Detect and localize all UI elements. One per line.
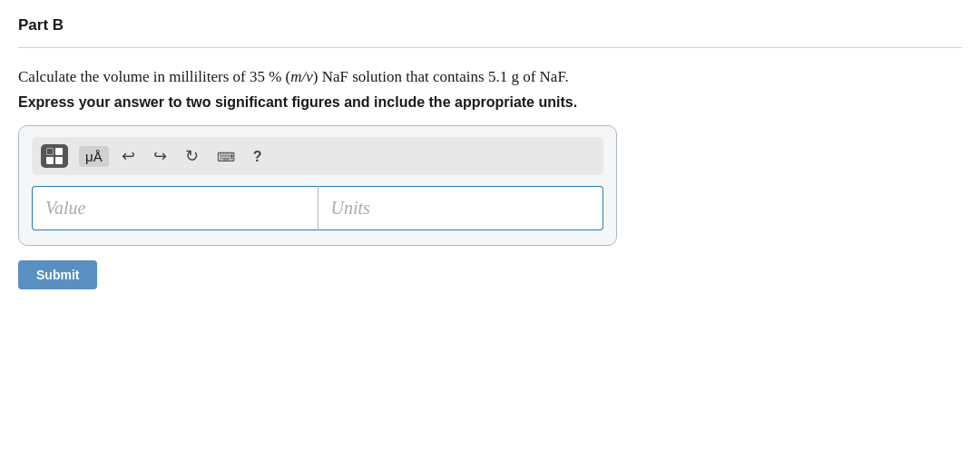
undo-button[interactable] [116,142,141,170]
toolbar: μÅ [32,137,603,175]
units-input[interactable] [318,186,604,230]
question-text: Calculate the volume in milliliters of 3… [18,64,962,89]
sq-br [55,157,63,164]
mu-button[interactable]: μÅ [79,146,109,167]
refresh-button[interactable] [180,142,204,170]
question-icon [253,147,262,166]
input-row [32,186,603,230]
page-container: Part B Calculate the volume in millilite… [0,0,980,308]
template-icon-group[interactable] [41,144,68,168]
answer-box-container: μÅ [18,125,617,246]
sq-tr [55,148,63,155]
keyboard-button[interactable] [211,143,240,170]
help-button[interactable] [248,143,268,170]
sq-tl [46,148,54,155]
keyboard-icon [217,147,235,166]
redo-icon [153,146,167,166]
value-input[interactable] [32,186,318,230]
mu-label: μÅ [85,149,103,164]
bold-instruction: Express your answer to two significant f… [18,94,962,111]
template-squares-icon [46,148,63,164]
redo-button[interactable] [148,142,172,170]
undo-icon [122,146,135,166]
part-b-heading: Part B [18,16,962,48]
refresh-icon [185,146,199,166]
submit-button[interactable]: Submit [18,260,97,289]
sq-bl [46,157,54,164]
